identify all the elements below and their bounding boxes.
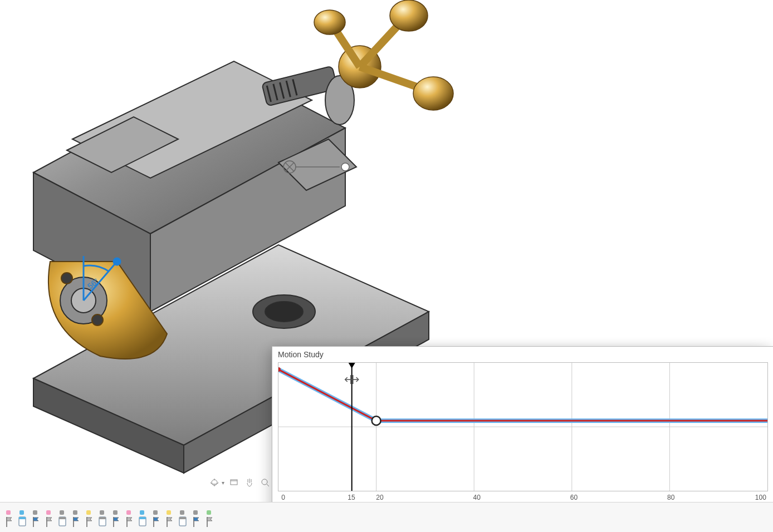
view-toolbar: ▾ — [208, 476, 271, 489]
x-tick: 60 — [570, 494, 578, 501]
svg-rect-70 — [139, 517, 146, 519]
timeline-item[interactable] — [56, 508, 68, 527]
timeline-item[interactable] — [29, 508, 41, 527]
motion-study-title: Motion Study — [272, 347, 773, 360]
timeline-item[interactable] — [163, 508, 175, 527]
timeline-item[interactable] — [2, 508, 14, 527]
motion-study-plot[interactable] — [278, 362, 768, 491]
orbit-dropdown-caret[interactable]: ▾ — [222, 480, 224, 486]
svg-rect-74 — [179, 517, 186, 519]
svg-rect-33 — [231, 480, 237, 485]
look-at-button[interactable] — [228, 476, 240, 489]
timeline-item[interactable] — [82, 508, 95, 527]
timeline-item[interactable] — [96, 508, 108, 527]
x-tick: 100 — [755, 494, 766, 501]
timeline-item[interactable] — [109, 508, 121, 527]
svg-rect-62 — [59, 517, 66, 519]
timeline-item[interactable] — [123, 508, 135, 527]
timeline-item[interactable] — [203, 508, 215, 527]
svg-point-25 — [413, 77, 453, 110]
svg-marker-43 — [349, 363, 355, 368]
svg-point-34 — [262, 479, 267, 485]
pan-button[interactable] — [243, 476, 256, 489]
svg-rect-66 — [99, 517, 106, 519]
x-tick: 20 — [376, 494, 383, 501]
svg-point-13 — [61, 273, 72, 284]
zoom-button[interactable] — [259, 476, 271, 489]
svg-point-41 — [372, 416, 381, 425]
svg-rect-58 — [19, 517, 26, 519]
svg-point-15 — [114, 258, 120, 265]
feature-timeline[interactable] — [0, 502, 773, 532]
timeline-item[interactable] — [176, 508, 188, 527]
timeline-item[interactable] — [136, 508, 148, 527]
x-tick: 40 — [473, 494, 481, 501]
timeline-item[interactable] — [189, 508, 202, 527]
x-tick: 80 — [667, 494, 674, 501]
timeline-item[interactable] — [69, 508, 81, 527]
x-tick: 0 — [281, 494, 285, 501]
timeline-item[interactable] — [42, 508, 55, 527]
timeline-item[interactable] — [149, 508, 162, 527]
svg-point-31 — [341, 163, 349, 171]
svg-point-14 — [92, 314, 103, 326]
orbit-button[interactable] — [208, 476, 221, 489]
x-axis-ticks: 0 15 20 40 60 80 100 — [278, 494, 768, 503]
svg-point-24 — [390, 0, 428, 31]
svg-point-4 — [265, 302, 303, 322]
timeline-item[interactable] — [16, 508, 28, 527]
svg-point-26 — [314, 10, 345, 35]
playhead-value: 15 — [348, 494, 355, 501]
